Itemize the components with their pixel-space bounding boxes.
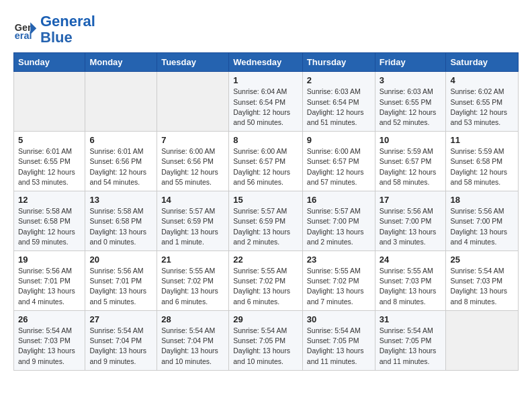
day-number: 11 (450, 135, 514, 145)
day-info: Sunrise: 5:54 AM Sunset: 7:03 PM Dayligh… (450, 266, 514, 307)
day-number: 3 (380, 75, 442, 85)
calendar-cell: 19Sunrise: 5:56 AM Sunset: 7:01 PM Dayli… (14, 251, 85, 311)
calendar-cell: 14Sunrise: 5:57 AM Sunset: 6:59 PM Dayli… (157, 191, 229, 251)
calendar-header: SundayMondayTuesdayWednesdayThursdayFrid… (14, 53, 519, 72)
day-info: Sunrise: 5:58 AM Sunset: 6:58 PM Dayligh… (89, 206, 152, 247)
calendar-week-row: 12Sunrise: 5:58 AM Sunset: 6:58 PM Dayli… (14, 191, 519, 251)
calendar-cell: 28Sunrise: 5:54 AM Sunset: 7:04 PM Dayli… (157, 310, 229, 370)
calendar-cell: 17Sunrise: 5:56 AM Sunset: 7:00 PM Dayli… (375, 191, 446, 251)
day-number: 8 (233, 135, 298, 145)
day-info: Sunrise: 5:55 AM Sunset: 7:02 PM Dayligh… (233, 266, 298, 307)
day-number: 14 (161, 195, 224, 205)
day-info: Sunrise: 5:57 AM Sunset: 6:59 PM Dayligh… (233, 206, 298, 247)
calendar-week-row: 5Sunrise: 6:01 AM Sunset: 6:55 PM Daylig… (14, 132, 519, 191)
day-number: 13 (89, 195, 152, 205)
day-info: Sunrise: 5:55 AM Sunset: 7:03 PM Dayligh… (380, 266, 442, 307)
day-info: Sunrise: 5:54 AM Sunset: 7:05 PM Dayligh… (307, 326, 371, 367)
day-number: 1 (233, 75, 298, 85)
calendar-cell: 20Sunrise: 5:56 AM Sunset: 7:01 PM Dayli… (85, 251, 157, 311)
calendar-week-row: 1Sunrise: 6:04 AM Sunset: 6:54 PM Daylig… (14, 72, 519, 132)
day-info: Sunrise: 5:54 AM Sunset: 7:04 PM Dayligh… (161, 326, 224, 367)
calendar-cell (14, 72, 85, 132)
day-number: 19 (18, 255, 81, 265)
calendar-cell: 8Sunrise: 6:00 AM Sunset: 6:57 PM Daylig… (229, 132, 303, 191)
svg-text:eral: eral (15, 31, 32, 42)
day-info: Sunrise: 6:02 AM Sunset: 6:55 PM Dayligh… (450, 87, 514, 128)
day-info: Sunrise: 5:59 AM Sunset: 6:58 PM Dayligh… (450, 146, 514, 187)
day-number: 12 (18, 195, 81, 205)
day-number: 26 (18, 314, 81, 324)
day-info: Sunrise: 5:54 AM Sunset: 7:04 PM Dayligh… (89, 326, 152, 367)
calendar-cell: 4Sunrise: 6:02 AM Sunset: 6:55 PM Daylig… (446, 72, 519, 132)
day-number: 4 (450, 75, 514, 85)
calendar-cell: 9Sunrise: 6:00 AM Sunset: 6:57 PM Daylig… (302, 132, 375, 191)
calendar-cell: 26Sunrise: 5:54 AM Sunset: 7:03 PM Dayli… (14, 310, 85, 370)
calendar-cell: 16Sunrise: 5:57 AM Sunset: 7:00 PM Dayli… (302, 191, 375, 251)
weekday-header-monday: Monday (85, 53, 157, 72)
day-info: Sunrise: 5:56 AM Sunset: 7:01 PM Dayligh… (89, 266, 152, 307)
day-info: Sunrise: 5:56 AM Sunset: 7:00 PM Dayligh… (380, 206, 442, 247)
calendar-week-row: 19Sunrise: 5:56 AM Sunset: 7:01 PM Dayli… (14, 251, 519, 311)
logo-icon: Gen eral (13, 17, 38, 42)
day-info: Sunrise: 5:59 AM Sunset: 6:57 PM Dayligh… (380, 146, 442, 187)
day-info: Sunrise: 6:03 AM Sunset: 6:55 PM Dayligh… (380, 87, 442, 128)
day-number: 5 (18, 135, 81, 145)
day-info: Sunrise: 5:57 AM Sunset: 6:59 PM Dayligh… (161, 206, 224, 247)
day-number: 6 (89, 135, 152, 145)
weekday-row: SundayMondayTuesdayWednesdayThursdayFrid… (14, 53, 519, 72)
day-info: Sunrise: 6:01 AM Sunset: 6:56 PM Dayligh… (89, 146, 152, 187)
day-number: 21 (161, 255, 224, 265)
day-number: 28 (161, 314, 224, 324)
day-number: 23 (307, 255, 371, 265)
calendar-cell (157, 72, 229, 132)
calendar-cell: 3Sunrise: 6:03 AM Sunset: 6:55 PM Daylig… (375, 72, 446, 132)
calendar-cell: 10Sunrise: 5:59 AM Sunset: 6:57 PM Dayli… (375, 132, 446, 191)
calendar-cell: 12Sunrise: 5:58 AM Sunset: 6:58 PM Dayli… (14, 191, 85, 251)
calendar-week-row: 26Sunrise: 5:54 AM Sunset: 7:03 PM Dayli… (14, 310, 519, 370)
day-info: Sunrise: 5:57 AM Sunset: 7:00 PM Dayligh… (307, 206, 371, 247)
calendar-cell: 1Sunrise: 6:04 AM Sunset: 6:54 PM Daylig… (229, 72, 303, 132)
day-number: 22 (233, 255, 298, 265)
calendar-cell: 29Sunrise: 5:54 AM Sunset: 7:05 PM Dayli… (229, 310, 303, 370)
calendar-cell: 6Sunrise: 6:01 AM Sunset: 6:56 PM Daylig… (85, 132, 157, 191)
day-info: Sunrise: 5:54 AM Sunset: 7:03 PM Dayligh… (18, 326, 81, 367)
weekday-header-friday: Friday (375, 53, 446, 72)
calendar-cell (446, 310, 519, 370)
day-number: 9 (307, 135, 371, 145)
calendar-cell: 24Sunrise: 5:55 AM Sunset: 7:03 PM Dayli… (375, 251, 446, 311)
calendar-cell: 27Sunrise: 5:54 AM Sunset: 7:04 PM Dayli… (85, 310, 157, 370)
day-number: 30 (307, 314, 371, 324)
day-info: Sunrise: 5:56 AM Sunset: 7:01 PM Dayligh… (18, 266, 81, 307)
day-number: 17 (380, 195, 442, 205)
day-info: Sunrise: 6:01 AM Sunset: 6:55 PM Dayligh… (18, 146, 81, 187)
calendar-cell: 23Sunrise: 5:55 AM Sunset: 7:02 PM Dayli… (302, 251, 375, 311)
page-header: Gen eral GeneralBlue (13, 13, 519, 46)
calendar-cell: 13Sunrise: 5:58 AM Sunset: 6:58 PM Dayli… (85, 191, 157, 251)
day-number: 25 (450, 255, 514, 265)
calendar-cell: 2Sunrise: 6:03 AM Sunset: 6:54 PM Daylig… (302, 72, 375, 132)
day-info: Sunrise: 5:54 AM Sunset: 7:05 PM Dayligh… (380, 326, 442, 367)
day-info: Sunrise: 6:00 AM Sunset: 6:57 PM Dayligh… (233, 146, 298, 187)
day-number: 16 (307, 195, 371, 205)
day-number: 18 (450, 195, 514, 205)
weekday-header-saturday: Saturday (446, 53, 519, 72)
day-info: Sunrise: 5:55 AM Sunset: 7:02 PM Dayligh… (307, 266, 371, 307)
day-info: Sunrise: 6:04 AM Sunset: 6:54 PM Dayligh… (233, 87, 298, 128)
weekday-header-thursday: Thursday (302, 53, 375, 72)
day-number: 27 (89, 314, 152, 324)
logo: Gen eral GeneralBlue (13, 13, 95, 46)
calendar-cell: 18Sunrise: 5:56 AM Sunset: 7:00 PM Dayli… (446, 191, 519, 251)
calendar-cell (85, 72, 157, 132)
day-number: 20 (89, 255, 152, 265)
weekday-header-sunday: Sunday (14, 53, 85, 72)
calendar-cell: 15Sunrise: 5:57 AM Sunset: 6:59 PM Dayli… (229, 191, 303, 251)
logo-text: GeneralBlue (40, 13, 95, 46)
day-info: Sunrise: 5:58 AM Sunset: 6:58 PM Dayligh… (18, 206, 81, 247)
day-number: 24 (380, 255, 442, 265)
day-info: Sunrise: 5:54 AM Sunset: 7:05 PM Dayligh… (233, 326, 298, 367)
calendar-cell: 22Sunrise: 5:55 AM Sunset: 7:02 PM Dayli… (229, 251, 303, 311)
day-info: Sunrise: 6:03 AM Sunset: 6:54 PM Dayligh… (307, 87, 371, 128)
calendar-cell: 30Sunrise: 5:54 AM Sunset: 7:05 PM Dayli… (302, 310, 375, 370)
day-number: 2 (307, 75, 371, 85)
calendar-cell: 21Sunrise: 5:55 AM Sunset: 7:02 PM Dayli… (157, 251, 229, 311)
